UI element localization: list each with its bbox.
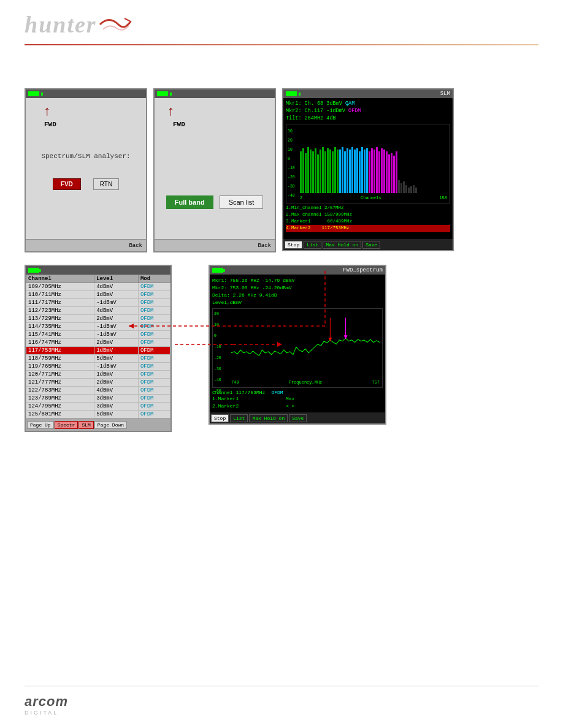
fwd-info: Mkr1: 755.26 MHz -14.79 dBmV Mkr2: 753.0…: [212, 277, 383, 306]
level-cell: 2dBmV: [94, 339, 139, 347]
tilt-text: Tilt: 264MHz 4dB: [286, 115, 450, 123]
fvd-rtn-btn-row: FVD RTN: [53, 178, 119, 190]
chart-bar: [354, 150, 356, 193]
chart-bar: [410, 186, 412, 192]
channel-list-row: 122/783MHz4dBmVOFDM: [26, 387, 170, 395]
stop-tab[interactable]: Stop: [285, 241, 302, 249]
chart-bar: [349, 150, 351, 193]
save-tab[interactable]: Save: [362, 241, 380, 249]
mod-cell: OFDM: [138, 315, 170, 323]
fwd-screen-header: FWD_spectrum: [210, 266, 385, 275]
fwd-spectrum-screen: FWD_spectrum Mkr1: 755.26 MHz -14.79 dBm…: [209, 265, 386, 425]
channel-cell: 114/735MHz: [26, 323, 94, 331]
chart-bar: [359, 151, 361, 193]
screen2-body: ↑ FWD Full band Scan list: [155, 98, 275, 239]
back-btn-2[interactable]: Back: [258, 243, 271, 249]
fwd-list-tab[interactable]: List: [230, 414, 248, 422]
slm-chart: 3020100-10-20-30-40 2 Channels 158: [286, 124, 450, 203]
fwd-label-2: FWD: [173, 121, 185, 128]
mkr2-text: Mkr2: Ch.117 -1dBmV: [286, 108, 345, 114]
channel-table-area: Channel Level Mod 109/705MHz4dBmVOFDM110…: [26, 275, 170, 419]
screen3-body: Mkr1: Ch. 68 3dBmV QAM Mkr2: Ch.117 -1dB…: [283, 98, 453, 239]
spectr-btn[interactable]: Spectr: [55, 421, 79, 429]
level-cell: 1dBmV: [94, 291, 139, 299]
fwd-channel-mod: OFDM: [271, 390, 283, 395]
xaxis-label: Channels: [361, 195, 381, 200]
channel-list-row: 123/789MHz3dBmVOFDM: [26, 395, 170, 403]
slm-marker-1: 1.Min_channel 2/57MHz: [286, 205, 450, 211]
mod-cell: OFDM: [138, 331, 170, 339]
logo-area: hunter: [25, 11, 538, 38]
screenshots-row: ↑ FWD Spectrum/SLM analyser: FVD RTN Bac…: [25, 88, 538, 252]
channel-table: Channel Level Mod 109/705MHz4dBmVOFDM110…: [26, 275, 170, 419]
channel-cell: 111/717MHz: [26, 299, 94, 307]
fvd-button[interactable]: FVD: [53, 178, 81, 190]
chart-bar: [408, 188, 410, 192]
mod-cell: OFDM: [138, 363, 170, 371]
header: hunter: [0, 0, 563, 38]
channel-cell: 117/753MHz: [26, 347, 94, 355]
chart-bar: [413, 185, 415, 192]
page-up-btn[interactable]: Page Up: [27, 421, 54, 429]
channel-list-row: 118/759MHz5dBmVOFDM: [26, 355, 170, 363]
col-channel: Channel: [26, 275, 94, 283]
battery-tip-2: [170, 93, 172, 96]
fwd-channel-info: Channel 117/753MHz OFDM: [212, 390, 383, 395]
slm-markers: 1.Min_channel 2/57MHz 2.Max_channel 158/…: [286, 205, 450, 232]
chart-bar: [307, 147, 309, 193]
fwd-mkr1: Mkr1: 755.26 MHz -14.79 dBmV: [212, 277, 383, 284]
channel-list-row: 115/741MHz-1dBmVOFDM: [26, 331, 170, 339]
mod-cell: OFDM: [138, 355, 170, 363]
level-cell: 1dBmV: [94, 347, 139, 355]
channel-cell: 122/783MHz: [26, 387, 94, 395]
channel-cell: 115/741MHz: [26, 331, 94, 339]
chart-bar: [378, 151, 380, 193]
chart-bar: [366, 148, 368, 193]
channel-cell: 118/759MHz: [26, 355, 94, 363]
fwd-save-tab[interactable]: Save: [289, 414, 307, 422]
footer-divider: [25, 686, 538, 686]
fwd-maxholdon-tab[interactable]: Max Hold on: [249, 414, 288, 422]
slm-btn[interactable]: SLM: [79, 421, 93, 429]
chart-bar: [324, 151, 326, 193]
battery-tip-list: [39, 269, 41, 272]
chart-bar: [398, 180, 400, 193]
fwd-stop-tab[interactable]: Stop: [211, 414, 229, 422]
battery-tip-fwd: [223, 269, 225, 272]
chart-bar: [403, 181, 405, 193]
mod-cell: OFDM: [138, 395, 170, 403]
channel-list-row: 111/717MHz-1dBmVOFDM: [26, 299, 170, 307]
level-cell: 4dBmV: [94, 307, 139, 315]
chart-bar: [320, 150, 321, 193]
chart-bar: [305, 153, 307, 192]
chart-bars-area: [300, 129, 447, 193]
mod-cell: OFDM: [138, 283, 170, 291]
battery-icon-3: [286, 91, 297, 96]
scanlist-button[interactable]: Scan list: [220, 195, 264, 209]
chart-bar: [373, 150, 375, 193]
level-cell: 4dBmV: [94, 283, 139, 291]
bottom-row: Channel Level Mod 109/705MHz4dBmVOFDM110…: [25, 265, 538, 432]
maxholdon-tab[interactable]: Max Hold on: [323, 241, 361, 249]
arcom-logo: arcom: [25, 694, 538, 710]
chart-bar: [329, 150, 331, 193]
list-tab[interactable]: List: [304, 241, 321, 249]
channel-list-row: 110/711MHz1dBmVOFDM: [26, 291, 170, 299]
fullband-button[interactable]: Full band: [166, 195, 213, 209]
channel-list-row: 109/705MHz4dBmVOFDM: [26, 283, 170, 291]
level-cell: 1dBmV: [94, 371, 139, 379]
screen2-device: ↑ FWD Full band Scan list Back: [153, 88, 276, 252]
battery-icon: [28, 91, 39, 96]
chart-bar: [342, 147, 343, 193]
chart-bar: [302, 148, 304, 193]
channel-list-screen: Channel Level Mod 109/705MHz4dBmVOFDM110…: [25, 265, 172, 432]
channel-cell: 123/789MHz: [26, 395, 94, 403]
rtn-button[interactable]: RTN: [93, 178, 119, 190]
back-btn-1[interactable]: Back: [129, 243, 142, 249]
battery-icon-fwd: [212, 268, 223, 273]
fwd-signal-svg: [231, 312, 380, 376]
fwd-xlabel: Frequency,MHz: [289, 380, 323, 385]
channel-cell: 124/795MHz: [26, 403, 94, 411]
page-down-btn[interactable]: Page Down: [94, 421, 127, 429]
fwd-footer: Stop List Max Hold on Save: [210, 412, 385, 423]
